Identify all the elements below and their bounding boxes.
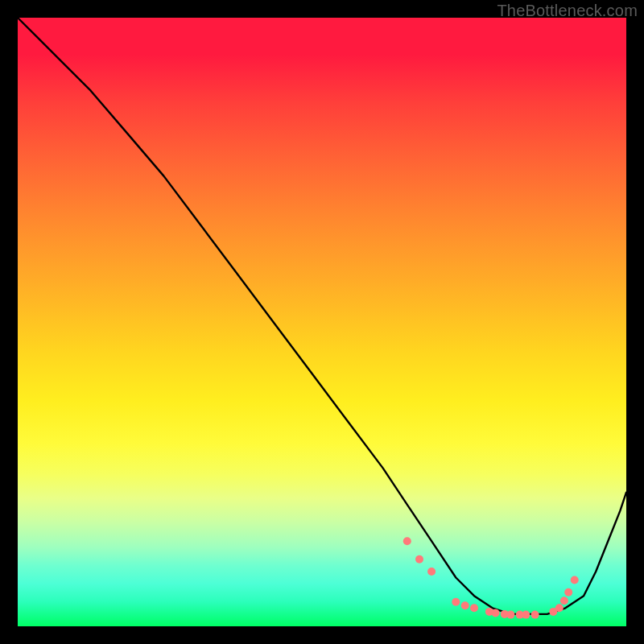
curve-marker-dot <box>506 611 514 619</box>
gradient-plot-area <box>18 18 626 626</box>
bottleneck-curve-svg <box>18 18 626 626</box>
curve-marker-dot <box>470 604 478 612</box>
curve-marker-dot <box>560 597 568 605</box>
curve-marker-dot <box>492 609 500 617</box>
curve-marker-dot <box>452 598 460 606</box>
curve-marker-dot <box>564 588 572 597</box>
curve-marker-dot <box>571 576 579 584</box>
watermark-text: TheBottleneck.com <box>497 2 638 20</box>
curve-marker-dot <box>403 537 411 545</box>
bottleneck-curve <box>18 18 626 614</box>
curve-marker-dot <box>427 568 436 576</box>
chart-frame: TheBottleneck.com <box>0 0 644 644</box>
curve-marker-dot <box>522 611 530 619</box>
curve-marker-dot <box>415 555 423 564</box>
curve-marker-dot <box>531 611 539 619</box>
curve-marker-dot <box>555 604 564 612</box>
curve-marker-dot <box>461 601 469 609</box>
